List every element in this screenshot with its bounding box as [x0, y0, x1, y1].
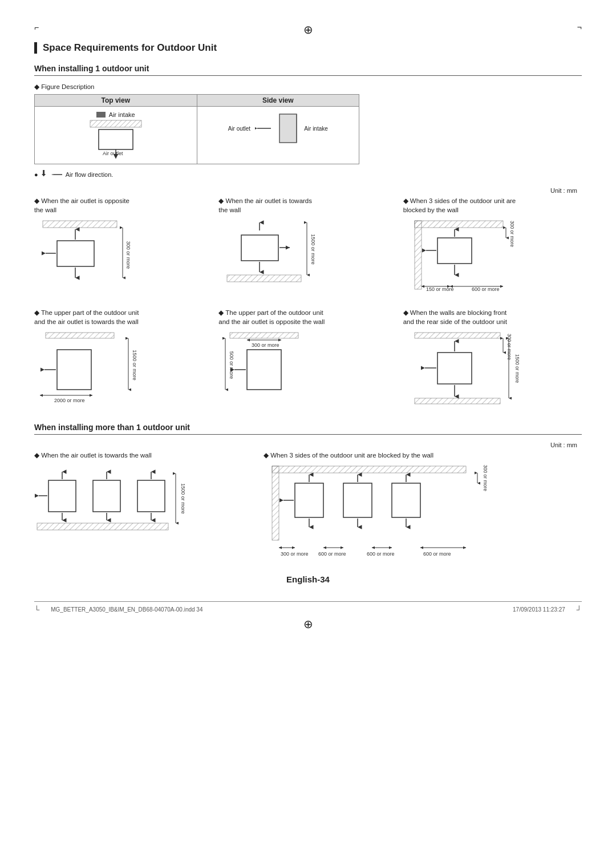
svg-rect-12 — [43, 221, 117, 228]
diagram-3-svg: 300 or more 150 or more 600 or more — [403, 218, 534, 298]
bullet-dot: ● — [34, 171, 38, 178]
svg-text:600 or more: 600 or more — [472, 286, 500, 292]
diagram-2-label: When the air outlet is towards the wall — [218, 196, 321, 214]
svg-rect-41 — [46, 333, 114, 338]
side-view-diagram: Air outlet Air intake — [197, 107, 359, 150]
svg-rect-2 — [90, 120, 141, 127]
svg-rect-50 — [247, 350, 281, 390]
subsection1-title: When installing 1 outdoor unit — [34, 64, 582, 76]
svg-text:300 or more: 300 or more — [281, 551, 309, 557]
svg-text:1500 or more: 1500 or more — [132, 350, 137, 381]
diagram-4-svg: 2000 or more 1500 or more — [34, 330, 154, 412]
svg-rect-68 — [48, 480, 76, 512]
footer-left: └ MG_BETTER_A3050_IB&IM_EN_DB68-04070A-0… — [34, 605, 202, 614]
air-intake-icon — [96, 112, 106, 118]
svg-rect-28 — [415, 221, 503, 228]
diagram-4: The upper part of the outdoor unit and t… — [34, 308, 213, 412]
svg-text:300 or more: 300 or more — [125, 241, 131, 269]
side-view-cell: Side view Air outlet — [197, 95, 359, 164]
right-mark: ┘ — [577, 605, 582, 614]
svg-rect-13 — [57, 241, 94, 266]
svg-text:600 or more: 600 or more — [423, 551, 451, 557]
svg-text:300 or more: 300 or more — [509, 221, 515, 247]
side-view-header: Side view — [197, 95, 359, 107]
section-title: Space Requirements for Outdoor Unit — [34, 42, 582, 54]
svg-rect-84 — [295, 483, 323, 517]
svg-text:1500 or more: 1500 or more — [180, 484, 186, 515]
svg-rect-57 — [415, 333, 500, 338]
page-wrapper: ⌐ ⊕ ¬ Space Requirements for Outdoor Uni… — [34, 23, 582, 631]
top-left-mark: ⌐ — [34, 23, 39, 37]
footer-date: 17/09/2013 11:23:27 — [513, 606, 565, 613]
svg-rect-30 — [437, 238, 472, 264]
subsection2-title: When installing more than 1 outdoor unit — [34, 423, 582, 435]
svg-rect-49 — [230, 333, 298, 338]
diagrams-row-1: When the air outlet is opposite the wall — [34, 196, 582, 298]
diagram-1-label: When the air outlet is opposite the wall — [34, 196, 137, 214]
svg-text:300 or more: 300 or more — [506, 334, 512, 360]
side-arrow-icon — [255, 124, 272, 132]
svg-text:600 or more: 600 or more — [367, 551, 395, 557]
svg-rect-83 — [272, 466, 279, 540]
unit-note-2: Unit : mm — [34, 442, 577, 448]
top-view-cell: Top view Air intake — [35, 95, 197, 164]
multi-diagram-1-svg: 1500 or more — [34, 463, 194, 554]
diagram-3-label: When 3 sides of the outdoor unit are blo… — [403, 196, 517, 214]
footer-bar: └ MG_BETTER_A3050_IB&IM_EN_DB68-04070A-0… — [34, 601, 582, 614]
side-air-outlet-label: Air outlet — [228, 126, 250, 132]
diagram-5-svg: 500 or more 300 or more — [218, 330, 338, 412]
diagram-5-label: The upper part of the outdoor unit and t… — [218, 308, 327, 326]
top-view-svg: Air outlet — [79, 119, 153, 159]
left-mark: └ — [34, 605, 39, 614]
figure-table: Top view Air intake — [34, 94, 359, 164]
footer-file: MG_BETTER_A3050_IB&IM_EN_DB68-04070A-00.… — [51, 606, 202, 613]
svg-text:300 or more: 300 or more — [252, 342, 279, 348]
svg-rect-59 — [437, 353, 472, 384]
svg-rect-21 — [241, 235, 278, 261]
top-view-header: Top view — [35, 95, 197, 107]
svg-rect-88 — [343, 483, 372, 517]
multi-diagram-2: When 3 sides of the outdoor unit are blo… — [264, 451, 582, 563]
svg-rect-0 — [96, 112, 106, 118]
svg-rect-91 — [392, 483, 420, 517]
page-number: English-34 — [34, 574, 582, 584]
footer-right: 17/09/2013 11:23:27 ┘ — [513, 605, 582, 614]
figure-desc-label: Figure Description — [34, 83, 582, 91]
diagram-3: When 3 sides of the outdoor unit are blo… — [403, 196, 582, 298]
multi-diagram-2-svg: 300 or more 300 or more 600 or more 600 … — [264, 463, 509, 563]
svg-text:1500 or more: 1500 or more — [310, 234, 316, 265]
svg-rect-82 — [272, 466, 466, 473]
top-view-diagram: Air intake — [35, 107, 197, 164]
airflow-direction-text: Air flow direction. — [66, 171, 114, 178]
svg-text:150 or more: 150 or more — [426, 286, 454, 292]
down-arrow-icon — [40, 170, 50, 179]
diagram-6-svg: 300 or more 1500 or more — [403, 330, 529, 412]
diagrams-row-2: The upper part of the outdoor unit and t… — [34, 308, 582, 412]
svg-rect-29 — [415, 221, 422, 289]
multi-diagram-1-label: When the air outlet is towards the wall — [34, 451, 152, 460]
svg-rect-24 — [227, 275, 301, 282]
bottom-compass: ⊕ — [303, 617, 313, 631]
diagram-6: When the walls are blocking front and th… — [403, 308, 582, 412]
diagram-6-label: When the walls are blocking front and th… — [403, 308, 517, 326]
svg-rect-72 — [93, 480, 120, 512]
top-compass: ⊕ — [303, 23, 313, 37]
diagrams-row-multi: When the air outlet is towards the wall — [34, 451, 582, 563]
side-air-intake-label: Air intake — [304, 126, 328, 132]
diagram-4-label: The upper part of the outdoor unit and t… — [34, 308, 143, 326]
multi-diagram-2-label: When 3 sides of the outdoor unit are blo… — [264, 451, 433, 460]
svg-text:Air outlet: Air outlet — [103, 151, 123, 156]
side-unit-icon — [277, 111, 299, 145]
diagram-1: When the air outlet is opposite the wall — [34, 196, 213, 292]
multi-diagram-1: When the air outlet is towards the wall — [34, 451, 246, 554]
airflow-note: ● Air flow direction. — [34, 170, 582, 179]
diagram-2-svg: 1500 or more — [218, 218, 333, 292]
left-arrow-icon — [52, 171, 63, 178]
svg-text:500 or more: 500 or more — [229, 351, 234, 379]
svg-rect-42 — [57, 350, 91, 390]
svg-rect-75 — [137, 480, 165, 512]
svg-text:2000 or more: 2000 or more — [54, 398, 85, 403]
diagram-1-svg: 300 or more — [34, 218, 148, 292]
svg-text:600 or more: 600 or more — [318, 551, 346, 557]
top-right-mark: ¬ — [577, 23, 582, 37]
